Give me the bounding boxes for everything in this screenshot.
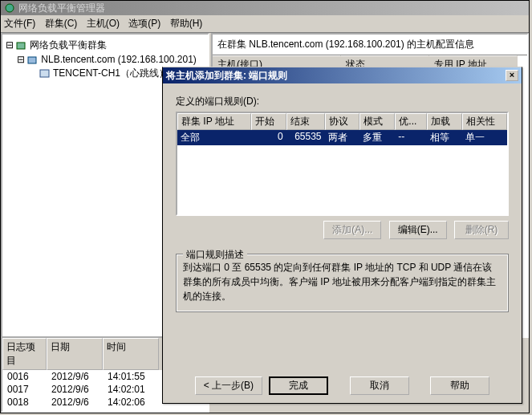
rule-description: 到达端口 0 至 65535 的定向到任何群集 IP 地址的 TCP 和 UDP… [183, 260, 502, 303]
hdr-proto[interactable]: 协议 [325, 113, 360, 130]
group-title: 端口规则描述 [183, 248, 247, 262]
menubar: 文件(F) 群集(C) 主机(O) 选项(P) 帮助(H) [1, 15, 529, 33]
cell-start: 0 [251, 130, 286, 145]
back-button[interactable]: < 上一步(B) [195, 376, 262, 395]
edit-button[interactable]: 编辑(E)... [389, 221, 447, 239]
log-row[interactable]: 00192012/9/614:05:24 [2, 409, 208, 413]
menu-cluster[interactable]: 群集(C) [45, 18, 78, 29]
svg-rect-1 [17, 43, 25, 49]
menu-host[interactable]: 主机(O) [87, 18, 120, 29]
svg-rect-2 [28, 57, 36, 63]
rules-header: 群集 IP 地址 开始 结束 协议 模式 优... 加载 相关性 [177, 113, 507, 130]
dialog-titlebar: 将主机添加到群集: 端口规则 × [163, 67, 522, 83]
host-icon [39, 69, 51, 79]
svg-rect-3 [40, 70, 49, 77]
rules-label: 定义的端口规则(D): [176, 95, 509, 108]
wizard-buttons: < 上一步(B)完成 取消 帮助 [163, 376, 522, 395]
menu-file[interactable]: 文件(F) [4, 18, 35, 29]
logcol-time[interactable]: 时间 [103, 338, 159, 370]
hdr-mode[interactable]: 模式 [359, 113, 395, 130]
rules-listbox[interactable]: 群集 IP 地址 开始 结束 协议 模式 优... 加载 相关性 全部 0 65… [176, 112, 509, 216]
hdr-end[interactable]: 结束 [286, 113, 325, 130]
cell-end: 65535 [286, 130, 325, 145]
dialog-title: 将主机添加到群集: 端口规则 [166, 70, 287, 81]
cell-proto: 两者 [325, 130, 360, 145]
svg-point-0 [6, 4, 14, 12]
menu-help[interactable]: 帮助(H) [170, 18, 203, 29]
hdr-load[interactable]: 加载 [427, 113, 462, 130]
cell-load: 相等 [427, 130, 462, 145]
cancel-button[interactable]: 取消 [350, 376, 409, 395]
main-title: 网络负载平衡管理器 [18, 2, 105, 15]
cell-mode: 多重 [359, 130, 395, 145]
tree-cluster[interactable]: ⊟ NLB.tencent.com (192.168.100.201) [6, 53, 205, 66]
logcol-item[interactable]: 日志项目 [2, 338, 47, 370]
cell-ip: 全部 [177, 130, 251, 145]
app-icon [4, 2, 15, 14]
logcol-date[interactable]: 日期 [47, 338, 103, 370]
cluster-group-icon [16, 41, 27, 51]
add-button: 添加(A)... [323, 221, 381, 239]
help-button[interactable]: 帮助 [430, 376, 489, 395]
finish-button[interactable]: 完成 [269, 376, 328, 395]
remove-button: 删除(R) [454, 221, 509, 239]
hdr-ip[interactable]: 群集 IP 地址 [177, 113, 251, 130]
cell-pri: -- [395, 130, 427, 145]
port-rules-dialog: 将主机添加到群集: 端口规则 × 定义的端口规则(D): 群集 IP 地址 开始… [162, 67, 522, 404]
hdr-pri[interactable]: 优... [395, 113, 427, 130]
right-heading: 在群集 NLB.tencent.com (192.168.100.201) 的主… [213, 35, 527, 55]
menu-options[interactable]: 选项(P) [128, 18, 160, 29]
cell-aff: 单一 [462, 130, 507, 145]
description-group: 端口规则描述 到达端口 0 至 65535 的定向到任何群集 IP 地址的 TC… [176, 254, 509, 312]
cluster-icon [27, 55, 39, 65]
hdr-aff[interactable]: 相关性 [462, 113, 507, 130]
hdr-start[interactable]: 开始 [251, 113, 286, 130]
main-titlebar: 网络负载平衡管理器 [1, 1, 529, 15]
tree-root[interactable]: ⊟ 网络负载平衡群集 [6, 38, 205, 53]
close-button[interactable]: × [506, 70, 518, 81]
rule-row-selected[interactable]: 全部 0 65535 两者 多重 -- 相等 单一 [177, 130, 507, 145]
